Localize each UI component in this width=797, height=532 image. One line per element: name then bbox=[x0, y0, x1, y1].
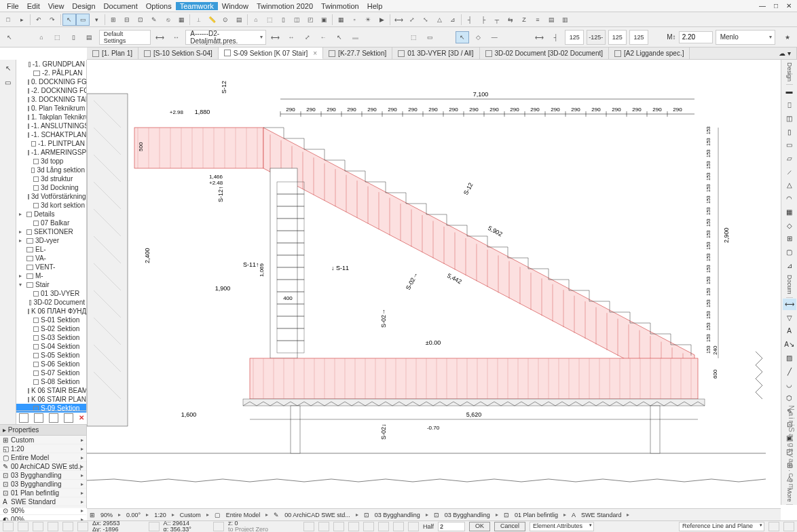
order2-icon[interactable]: ▤ bbox=[544, 14, 558, 26]
snap3-icon[interactable]: — bbox=[487, 31, 501, 43]
nav-item[interactable]: S-06 Sektion bbox=[16, 360, 86, 368]
sb-end2-icon[interactable] bbox=[783, 522, 794, 531]
dim4-icon[interactable]: △ bbox=[432, 14, 446, 26]
badge-125-1[interactable]: 125 bbox=[565, 30, 584, 45]
nav-item[interactable]: ▸SEKTIONER bbox=[16, 227, 86, 236]
menu-window[interactable]: Window bbox=[218, 2, 253, 10]
cam-icon[interactable]: ▣ bbox=[317, 14, 331, 26]
property-row[interactable]: ⊡03 Bygghandling▸ bbox=[0, 471, 86, 480]
nav-item[interactable]: 3d Lång sektion bbox=[16, 166, 86, 174]
element-attr-dropdown[interactable]: Element Attributes bbox=[530, 522, 594, 531]
badge-125-3[interactable]: 125 bbox=[608, 30, 627, 45]
menu-twinmotion-2020[interactable]: Twinmotion 2020 bbox=[253, 2, 317, 10]
view-elev-icon[interactable]: ▯ bbox=[276, 14, 290, 26]
cursor-button[interactable]: ↖ bbox=[62, 14, 76, 26]
photo-icon[interactable]: ▫ bbox=[348, 14, 361, 26]
minimize-button[interactable]: — bbox=[756, 2, 768, 10]
nav-item[interactable]: S-05 Sektion bbox=[16, 351, 86, 360]
view-home-icon[interactable]: ⌂ bbox=[249, 14, 263, 26]
sb-trace-icon[interactable] bbox=[48, 522, 58, 531]
cancel-button[interactable]: Cancel bbox=[494, 522, 525, 531]
marker2-icon[interactable]: ▭ bbox=[424, 31, 437, 43]
badge-125-4[interactable]: 125 bbox=[629, 30, 648, 45]
nav-item[interactable]: EL- bbox=[16, 245, 86, 254]
order-icon[interactable]: ≡ bbox=[531, 14, 544, 26]
tool-mesh-icon[interactable]: ⊿ bbox=[783, 259, 796, 271]
home-icon[interactable]: ⌂ bbox=[35, 31, 48, 43]
menu-teamwork[interactable]: Teamwork bbox=[176, 2, 218, 10]
tool-arrow[interactable]: ↖ bbox=[1, 61, 15, 75]
property-row[interactable]: ✎00 ArchiCAD SWE std.pennor (pla...▸ bbox=[0, 462, 86, 471]
sun-icon[interactable]: ☀ bbox=[361, 14, 375, 26]
tool-marquee[interactable]: ▭ bbox=[1, 75, 15, 89]
sb-sn-icon[interactable] bbox=[77, 522, 88, 531]
tool-text-icon[interactable]: A bbox=[783, 325, 796, 337]
wset3-value[interactable]: 01 Plan befintlig bbox=[515, 512, 558, 518]
view-3d-icon[interactable]: ⬚ bbox=[263, 14, 276, 26]
suspend-icon[interactable]: ⊡ bbox=[134, 14, 147, 26]
nav-item[interactable]: 07 Balkar bbox=[16, 218, 86, 227]
menu-twinmotion[interactable]: Twinmotion bbox=[317, 2, 363, 10]
tab--a2-liggande-spec-[interactable]: [A2 Liggande spec.] bbox=[609, 48, 690, 59]
tab--1-plan-1-[interactable]: [1. Plan 1] bbox=[87, 48, 138, 59]
dist-icon[interactable]: ⇆ bbox=[504, 14, 517, 26]
property-row[interactable]: ASWE Standard▸ bbox=[0, 497, 86, 506]
tool-roof-icon[interactable]: △ bbox=[783, 179, 796, 191]
tool-zone-icon[interactable]: ▢ bbox=[783, 246, 796, 259]
fit-icon[interactable]: ⊞ bbox=[90, 512, 95, 518]
nav-item[interactable]: K 06 STAIR PLAN bbox=[16, 395, 86, 404]
lock-icon[interactable]: ▦ bbox=[174, 14, 188, 26]
default-settings-button[interactable]: Default Settings bbox=[99, 30, 151, 45]
drawing-canvas[interactable]: 7,100 2902902902902902902902902902902902… bbox=[87, 60, 781, 505]
sb-m6-icon[interactable] bbox=[378, 522, 389, 531]
doc-icon[interactable]: ▯ bbox=[67, 31, 81, 43]
meth2-icon[interactable]: ↔ bbox=[284, 31, 298, 43]
render-icon[interactable]: ▦ bbox=[334, 14, 348, 26]
badge-125-2[interactable]: -125- bbox=[587, 30, 606, 45]
meth3-icon[interactable]: ⤢ bbox=[301, 31, 314, 43]
nav-item[interactable]: S-02 Sektion bbox=[16, 324, 86, 333]
tab-01-3d-vyer-3d-all-[interactable]: 01 3D-VYER [3D / All] bbox=[392, 48, 479, 59]
property-row[interactable]: ⊡01 Plan befintlig▸ bbox=[0, 489, 86, 497]
tool-window-icon[interactable]: ◫ bbox=[783, 112, 796, 124]
ungroup-icon[interactable]: ⊟ bbox=[120, 14, 134, 26]
ruler-icon[interactable]: ⟂ bbox=[191, 14, 205, 26]
align2-icon[interactable]: ├ bbox=[477, 14, 490, 26]
tab-3d-02-document-3d-02-document-[interactable]: 3D-02 Document [3D-02 Document] bbox=[480, 48, 610, 59]
nav-item[interactable]: S-07 Sektion bbox=[16, 368, 86, 377]
nav-item[interactable]: -1. ANSLUTNINGSPLAN bbox=[16, 121, 86, 130]
cloud-button[interactable]: ☁ ▾ bbox=[773, 48, 797, 59]
nav-item[interactable]: -1. SCHAKTPLAN bbox=[16, 130, 86, 139]
property-row[interactable]: ⊡03 Bygghandling▸ bbox=[0, 480, 86, 489]
nav-item[interactable]: 3d Dockning bbox=[16, 183, 86, 192]
tool-morph-icon[interactable]: ◇ bbox=[783, 219, 796, 231]
tool-level-icon[interactable]: ▽ bbox=[783, 311, 796, 324]
dim1-icon[interactable]: ⟷ bbox=[392, 14, 405, 26]
nav-settings-icon[interactable] bbox=[64, 413, 73, 423]
zoom-value[interactable]: 90% bbox=[100, 512, 113, 518]
dim3-icon[interactable]: ⤡ bbox=[419, 14, 432, 26]
property-row[interactable]: ⊞Custom▸ bbox=[0, 436, 86, 444]
tool-poly-icon[interactable]: ⬡ bbox=[783, 392, 796, 404]
witness2-icon[interactable]: ┤ bbox=[549, 31, 563, 43]
nav-item[interactable]: 3d Votförstärkning bbox=[16, 192, 86, 201]
nav-item[interactable]: ▾Stair bbox=[16, 280, 86, 289]
nav-item[interactable]: S-04 Sektion bbox=[16, 342, 86, 351]
favorites-icon[interactable]: ★ bbox=[781, 31, 794, 43]
menu-edit[interactable]: Edit bbox=[23, 2, 44, 10]
property-row[interactable]: ◱1:20▸ bbox=[0, 444, 86, 453]
dim-icon[interactable]: ⟷ bbox=[153, 31, 167, 43]
combo-value[interactable]: Custom bbox=[180, 512, 201, 518]
nav-item[interactable]: K 06 ПЛАН ФУНДАМЕНТ bbox=[16, 307, 86, 316]
link-icon[interactable]: ⎋ bbox=[161, 14, 174, 26]
document-tab[interactable]: Docum bbox=[786, 272, 793, 298]
nav-folder-icon[interactable] bbox=[34, 413, 43, 423]
align-icon[interactable]: ┤ bbox=[463, 14, 477, 26]
maximize-button[interactable]: □ bbox=[771, 2, 781, 10]
meth6-icon[interactable]: ▬ bbox=[349, 31, 363, 43]
tool-column-icon[interactable]: ▯ bbox=[783, 126, 796, 138]
new-button[interactable]: □ bbox=[1, 14, 15, 26]
nav-item[interactable]: -1. PLINTPLAN bbox=[16, 139, 86, 148]
sb-snap-icon[interactable] bbox=[18, 522, 29, 531]
nav-save-icon[interactable] bbox=[49, 413, 58, 423]
